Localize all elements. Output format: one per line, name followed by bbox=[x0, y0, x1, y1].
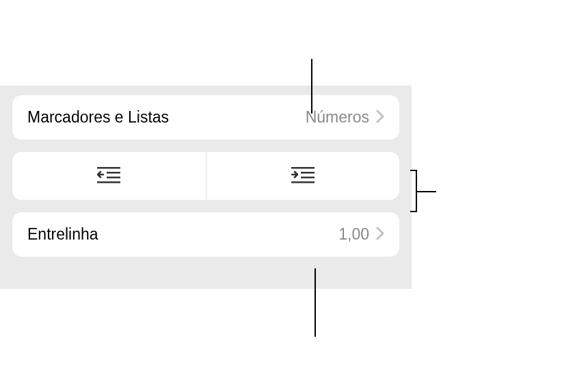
svg-rect-1 bbox=[107, 172, 120, 174]
svg-rect-4 bbox=[291, 167, 315, 169]
outdent-button[interactable] bbox=[12, 152, 206, 200]
chevron-right-icon bbox=[376, 110, 384, 126]
callout-line bbox=[315, 268, 316, 337]
svg-rect-5 bbox=[301, 172, 315, 174]
svg-rect-2 bbox=[107, 177, 120, 179]
callout-line bbox=[311, 59, 312, 114]
line-spacing-label: Entrelinha bbox=[27, 225, 98, 244]
line-spacing-row[interactable]: Entrelinha 1,00 bbox=[12, 212, 399, 257]
svg-rect-0 bbox=[97, 167, 120, 169]
svg-rect-3 bbox=[97, 181, 120, 183]
svg-rect-6 bbox=[301, 177, 315, 179]
callout-line bbox=[410, 211, 416, 212]
bullets-lists-value: Números bbox=[306, 108, 369, 127]
format-panel: Marcadores e Listas Números bbox=[0, 86, 412, 289]
chevron-right-icon bbox=[376, 227, 384, 243]
indent-button[interactable] bbox=[206, 152, 400, 200]
outdent-icon bbox=[97, 166, 120, 186]
line-spacing-right: 1,00 bbox=[338, 225, 384, 244]
line-spacing-value: 1,00 bbox=[338, 225, 369, 244]
bullets-lists-right: Números bbox=[306, 108, 384, 127]
svg-rect-7 bbox=[291, 181, 315, 183]
callout-line bbox=[416, 191, 436, 192]
bullets-lists-row[interactable]: Marcadores e Listas Números bbox=[12, 95, 399, 140]
indent-icon bbox=[291, 166, 315, 186]
indent-controls bbox=[12, 152, 399, 200]
callout-line bbox=[416, 170, 417, 212]
callout-line bbox=[410, 170, 416, 171]
bullets-lists-label: Marcadores e Listas bbox=[27, 108, 169, 127]
